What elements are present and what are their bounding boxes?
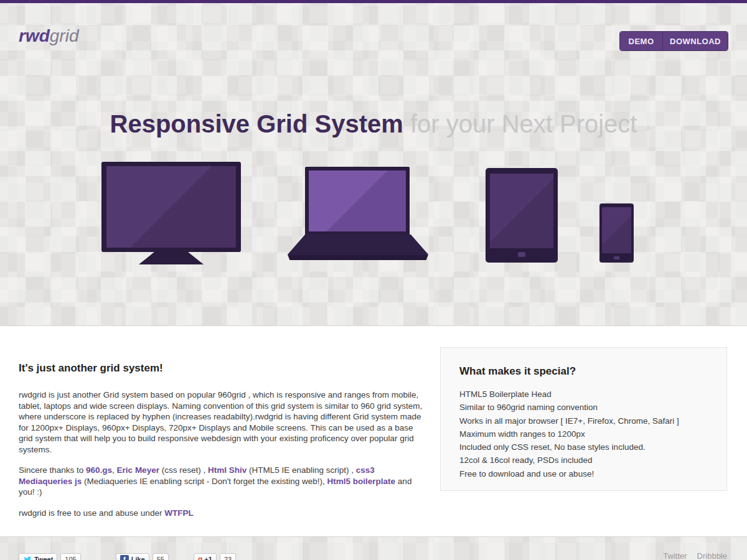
thanks-text: (css reset) , — [159, 465, 208, 475]
top-accent-bar — [0, 0, 747, 3]
tweet-button[interactable]: Tweet — [19, 553, 57, 560]
footer-links: Twitter Dribbble — [663, 551, 727, 560]
facebook-like-button[interactable]: f Like — [116, 553, 149, 560]
logo[interactable]: rwdgrid — [19, 26, 78, 46]
plusone-label: +1 — [204, 556, 212, 560]
social-buttons-row: Tweet 105 f Like 55 g +1 23 — [19, 553, 236, 560]
tv-screen — [106, 166, 236, 248]
laptop-screen — [309, 170, 406, 231]
like-label: Like — [131, 556, 145, 560]
link-eric-meyer[interactable]: Eric Meyer — [117, 465, 159, 475]
google-plusone-button[interactable]: g +1 — [194, 553, 217, 560]
special-item: Free to download and use or abuse! — [459, 467, 726, 480]
thanks-text: (Mediaqueries IE enabling script - Don't… — [82, 477, 327, 486]
laptop-base — [288, 235, 428, 260]
special-item: Similar to 960grid naming convention — [459, 401, 726, 414]
phone-home-button — [614, 256, 619, 259]
download-button[interactable]: DOWNLOAD — [663, 32, 728, 50]
thanks-text: , — [112, 465, 117, 475]
tweet-label: Tweet — [34, 556, 53, 560]
footer-section: Tweet 105 f Like 55 g +1 23 Twitter Drib… — [0, 536, 747, 560]
link-html-shiv[interactable]: Html Shiv — [208, 465, 247, 475]
hero-title-thin: for your Next Project — [403, 110, 637, 138]
special-box: What makes it special? HTML5 Boilerplate… — [440, 347, 727, 491]
intro-paragraph: rwdgrid is just another Grid system base… — [19, 390, 428, 455]
content-section: It's just another grid system! rwdgrid i… — [0, 326, 747, 536]
footer-link-dribbble[interactable]: Dribbble — [697, 551, 727, 560]
special-item: HTML5 Boilerplate Head — [459, 388, 726, 401]
footer-link-twitter[interactable]: Twitter — [663, 551, 687, 560]
license-paragraph: rwdgrid is free to use and abuse under W… — [19, 508, 428, 519]
license-text: rwdgrid is free to use and abuse under — [19, 508, 164, 518]
header-nav: DEMO DOWNLOAD — [619, 31, 728, 51]
logo-bold-part: rwd — [19, 26, 50, 45]
hero-title-strong: Responsive Grid System — [110, 110, 403, 138]
tweet-count[interactable]: 105 — [60, 553, 80, 560]
hero-title: Responsive Grid System for your Next Pro… — [0, 110, 747, 138]
special-item: Included only CSS reset, No base styles … — [459, 441, 726, 454]
special-item: 12col & 16col ready, PSDs included — [459, 454, 726, 467]
phone-screen — [602, 207, 631, 253]
tablet-illustration — [486, 168, 558, 263]
thanks-paragraph: Sincere thanks to 960.gs, Eric Meyer (cs… — [19, 465, 428, 498]
special-item: Maximum width ranges to 1200px — [459, 427, 726, 441]
intro-heading: It's just another grid system! — [19, 362, 428, 375]
thanks-text: (HTML5 IE enabling script) , — [247, 465, 356, 475]
hero-section: rwdgrid DEMO DOWNLOAD Responsive Grid Sy… — [0, 0, 747, 326]
like-count[interactable]: 55 — [153, 553, 169, 560]
tv-stand — [139, 252, 204, 264]
link-html5-boilerplate[interactable]: Html5 boilerplate — [327, 477, 396, 486]
phone-illustration — [599, 203, 634, 263]
tablet-screen — [490, 174, 553, 248]
special-list: HTML5 Boilerplate Head Similar to 960gri… — [459, 388, 726, 480]
page: rwdgrid DEMO DOWNLOAD Responsive Grid Sy… — [0, 0, 747, 560]
facebook-icon: f — [120, 555, 129, 560]
tv-illustration — [101, 162, 241, 252]
thanks-text: Sincere thanks to — [19, 465, 86, 475]
intro-column: It's just another grid system! rwdgrid i… — [19, 362, 428, 528]
laptop-illustration — [305, 167, 410, 235]
logo-light-part: grid — [50, 26, 79, 45]
tablet-home-button — [518, 252, 525, 257]
demo-button[interactable]: DEMO — [620, 32, 663, 50]
link-wtfpl[interactable]: WTFPL — [164, 508, 194, 518]
special-item: Works in all major browser [ IE7+, Firef… — [459, 414, 726, 427]
plusone-count[interactable]: 23 — [220, 553, 236, 560]
google-icon: g — [198, 555, 202, 560]
twitter-bird-icon — [23, 556, 32, 560]
link-960gs[interactable]: 960.gs — [86, 465, 112, 475]
special-heading: What makes it special? — [459, 365, 726, 378]
